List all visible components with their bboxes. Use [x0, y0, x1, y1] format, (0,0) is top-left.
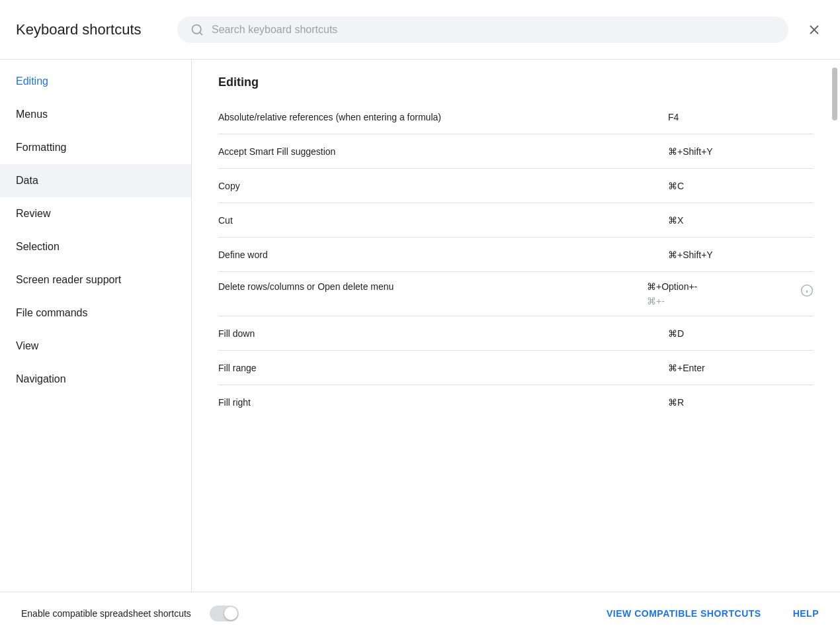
- shortcut-keys: ⌘+Shift+Y: [668, 249, 814, 260]
- toggle-thumb: [224, 607, 237, 620]
- close-button[interactable]: [804, 20, 824, 40]
- shortcut-row: Absolute/relative references (when enter…: [218, 100, 814, 134]
- shortcut-keys: F4: [668, 112, 814, 122]
- key-combo-secondary: ⌘+-: [647, 296, 665, 306]
- view-compatible-shortcuts-link[interactable]: VIEW COMPATIBLE SHORTCUTS: [607, 608, 761, 619]
- key-combo: ⌘D: [668, 328, 684, 339]
- key-combo: ⌘X: [668, 215, 683, 226]
- sidebar: Editing Menus Formatting Data Review Sel…: [0, 60, 192, 592]
- shortcut-row: Fill right ⌘R: [218, 385, 814, 420]
- shortcut-row: Fill down ⌘D: [218, 316, 814, 351]
- shortcut-label: Delete rows/columns or Open delete menu: [218, 281, 647, 292]
- shortcut-label: Copy: [218, 181, 668, 191]
- scrollbar-thumb: [832, 68, 837, 120]
- search-icon: [190, 23, 204, 36]
- sidebar-item-screen-reader[interactable]: Screen reader support: [0, 263, 191, 296]
- shortcut-label: Fill range: [218, 363, 668, 373]
- shortcut-label: Fill right: [218, 397, 668, 408]
- search-bar: [177, 17, 788, 43]
- scrollbar-track: [832, 65, 837, 462]
- info-icon[interactable]: [800, 284, 814, 300]
- body: Editing Menus Formatting Data Review Sel…: [0, 60, 840, 592]
- key-combo: ⌘+Enter: [668, 363, 705, 373]
- search-input[interactable]: [212, 24, 775, 36]
- sidebar-item-formatting[interactable]: Formatting: [0, 131, 191, 164]
- compatibility-toggle[interactable]: [210, 606, 239, 621]
- shortcut-row: Accept Smart Fill suggestion ⌘+Shift+Y: [218, 134, 814, 169]
- shortcut-keys: ⌘X: [668, 215, 814, 226]
- sidebar-item-navigation[interactable]: Navigation: [0, 363, 191, 396]
- shortcut-label: Accept Smart Fill suggestion: [218, 146, 668, 157]
- sidebar-item-menus[interactable]: Menus: [0, 98, 191, 131]
- svg-line-1: [200, 32, 202, 34]
- sidebar-item-editing[interactable]: Editing: [0, 65, 191, 98]
- shortcut-keys: ⌘+Enter: [668, 363, 814, 373]
- key-combo: ⌘+Option+-: [647, 281, 697, 292]
- sidebar-item-selection[interactable]: Selection: [0, 230, 191, 263]
- shortcut-row: Delete rows/columns or Open delete menu …: [218, 272, 814, 316]
- shortcut-label: Absolute/relative references (when enter…: [218, 112, 668, 122]
- shortcut-keys: ⌘C: [668, 181, 814, 191]
- shortcut-keys: ⌘R: [668, 397, 814, 408]
- toggle-label: Enable compatible spreadsheet shortcuts: [21, 608, 191, 619]
- shortcut-label: Define word: [218, 249, 668, 260]
- dialog-title: Keyboard shortcuts: [16, 21, 161, 38]
- shortcut-row: Define word ⌘+Shift+Y: [218, 238, 814, 272]
- content-area: Editing Absolute/relative references (wh…: [192, 60, 840, 592]
- sidebar-item-file-commands[interactable]: File commands: [0, 296, 191, 330]
- key-combo: ⌘C: [668, 181, 684, 191]
- footer: Enable compatible spreadsheet shortcuts …: [0, 592, 840, 634]
- sidebar-item-view[interactable]: View: [0, 330, 191, 363]
- shortcut-keys: ⌘D: [668, 328, 814, 339]
- shortcut-label: Cut: [218, 215, 668, 226]
- shortcut-keys: ⌘+Option+- ⌘+-: [647, 281, 792, 306]
- sidebar-item-data[interactable]: Data: [0, 164, 191, 197]
- sidebar-item-review[interactable]: Review: [0, 197, 191, 230]
- shortcut-row: Cut ⌘X: [218, 203, 814, 238]
- section-title: Editing: [218, 75, 814, 89]
- key-combo: ⌘+Shift+Y: [668, 146, 713, 157]
- shortcut-label: Fill down: [218, 328, 668, 339]
- key-combo: ⌘+Shift+Y: [668, 249, 713, 260]
- shortcut-keys: ⌘+Shift+Y: [668, 146, 814, 157]
- key-combo: ⌘R: [668, 397, 684, 408]
- shortcut-row: Fill range ⌘+Enter: [218, 351, 814, 385]
- shortcut-row: Copy ⌘C: [218, 169, 814, 203]
- keyboard-shortcuts-dialog: Keyboard shortcuts Editing Menus Formatt…: [0, 0, 840, 634]
- key-combo: F4: [668, 112, 679, 122]
- help-link[interactable]: HELP: [793, 608, 819, 619]
- header: Keyboard shortcuts: [0, 0, 840, 60]
